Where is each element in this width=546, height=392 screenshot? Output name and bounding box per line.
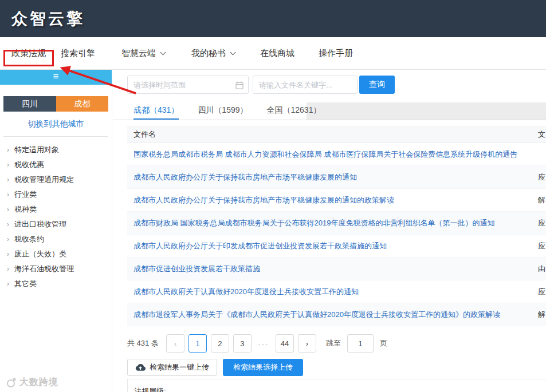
file-type-cell: 解: [531, 310, 546, 320]
date-range-input[interactable]: [128, 76, 248, 93]
chevron-right-icon: ›: [7, 280, 9, 288]
sidebar-item-other[interactable]: › 其它类: [0, 276, 112, 291]
file-name-cell: 成都市人民政府办公厅关于保持我市房地产市场平稳健康发展的通知的政策解读: [127, 195, 531, 205]
page-jump-input[interactable]: [347, 334, 374, 353]
nav-item-label: 在线商城: [260, 48, 294, 59]
sidebar-item-label: 海洋石油税收管理: [14, 264, 74, 274]
app-header: 众智云擎: [0, 0, 546, 37]
law-level-section: 法规层级:: [127, 379, 546, 392]
table-row[interactable]: 成都市人民政府关于认真做好2020年度退役士兵接收安置工作的通知 应: [127, 280, 546, 303]
sidebar-item-label: 税收条约: [14, 234, 44, 244]
page-button-44[interactable]: 44: [276, 334, 294, 353]
sidebar-item-tax-admin-rules[interactable]: › 税收管理通用规定: [0, 172, 112, 187]
file-type-cell: 应: [531, 218, 546, 228]
page-button-2[interactable]: 2: [211, 334, 229, 353]
file-name-cell: 成都市人民政府办公厅关于保持我市房地产市场平稳健康发展的通知: [127, 172, 531, 183]
tab-national[interactable]: 全国（12631）: [267, 102, 321, 120]
sidebar-item-tax-type[interactable]: › 税种类: [0, 202, 112, 217]
select-upload-button[interactable]: 检索结果选择上传: [223, 359, 303, 376]
switch-city-link[interactable]: 切换到其他城市: [0, 119, 112, 129]
table-row[interactable]: 成都市人民政府办公厅关于印发成都市促进创业投资发展若干政策措施的通知 应: [127, 235, 546, 258]
sidebar-item-label: 特定适用对象: [14, 145, 59, 155]
next-page-button[interactable]: ›: [298, 334, 316, 353]
nav-item-online-mall[interactable]: 在线商城: [260, 48, 294, 59]
sidebar-item-label: 税收优惠: [14, 160, 44, 170]
table-row[interactable]: 成都市促进创业投资发展若干政策措施 由: [127, 258, 546, 280]
file-name-cell: 成都市人民政府办公厅关于印发成都市促进创业投资发展若干政策措施的通知: [127, 241, 531, 251]
table-row[interactable]: 成都市退役军人事务局关于《成都市人民政府关于认真做好2020年度退役士兵接收安置…: [127, 303, 546, 326]
chevron-right-icon: ›: [7, 265, 9, 273]
main-nav: 政策法规 搜索引擎 智慧云端 我的秘书 在线商城 操作手册: [0, 37, 546, 70]
region-result-tabs: 成都（431） 四川（1599） 全国（12631）: [113, 102, 546, 120]
query-button[interactable]: 查询: [359, 76, 395, 94]
sidebar-item-industry[interactable]: › 行业类: [0, 187, 112, 202]
jump-to-label: 跳至: [326, 338, 341, 349]
file-link[interactable]: 成都市人民政府关于认真做好2020年度退役士兵接收安置工作的通知: [133, 287, 359, 296]
watermark: 大数跨境: [5, 376, 58, 389]
file-link[interactable]: 成都市退役军人事务局关于《成都市人民政府关于认真做好2020年度退役士兵接收安置…: [133, 310, 500, 319]
sidebar-item-abolished[interactable]: › 废止（失效）类: [0, 247, 112, 262]
table-row[interactable]: 成都市财政局 国家税务总局成都市税务局关于公布获得2019年度免税资格的非营利组…: [127, 212, 546, 235]
calendar-icon: [235, 81, 243, 89]
file-link[interactable]: 成都市人民政府办公厅关于保持我市房地产市场平稳健康发展的通知: [133, 173, 357, 181]
nav-item-policy[interactable]: 政策法规: [11, 48, 46, 59]
file-link[interactable]: 成都市人民政府办公厅关于保持我市房地产市场平稳健康发展的通知的政策解读: [133, 196, 394, 204]
sidebar-item-label: 税种类: [14, 204, 37, 215]
sidebar-item-label: 税收管理通用规定: [14, 175, 74, 185]
sidebar-item-specific-targets[interactable]: › 特定适用对象: [0, 142, 112, 157]
sidebar-item-import-export[interactable]: › 进出口税收管理: [0, 217, 112, 232]
sidebar-item-label: 废止（失效）类: [14, 249, 66, 259]
file-name-cell: 国家税务总局成都市税务局 成都市人力资源和社会保障局 成都市医疗保障局关于社会保…: [127, 149, 531, 160]
sidebar-item-tax-treaty[interactable]: › 税收条约: [0, 232, 112, 247]
sidebar-item-tax-preference[interactable]: › 税收优惠: [0, 157, 112, 172]
hamburger-menu-icon: ≡: [53, 71, 59, 82]
region-tab-sichuan[interactable]: 四川: [3, 96, 56, 112]
watermark-logo-icon: [5, 376, 17, 389]
search-bar: 查询: [127, 76, 395, 94]
file-link[interactable]: 成都市财政局 国家税务总局成都市税务局关于公布获得2019年度免税资格的非营利组…: [133, 219, 495, 227]
results-table: 文件名 文 国家税务总局成都市税务局 成都市人力资源和社会保障局 成都市医疗保障…: [127, 126, 546, 326]
nav-item-my-secretary[interactable]: 我的秘书: [191, 48, 235, 59]
app-logo: 众智云擎: [11, 8, 85, 30]
nav-item-label: 我的秘书: [191, 48, 226, 59]
file-name-cell: 成都市退役军人事务局关于《成都市人民政府关于认真做好2020年度退役士兵接收安置…: [127, 310, 531, 320]
nav-item-search-engine[interactable]: 搜索引擎: [61, 48, 95, 59]
watermark-text: 大数跨境: [19, 377, 58, 389]
sidebar: ≡ 四川 成都 切换到其他城市 › 特定适用对象 › 税收优惠 › 税收管理通用…: [0, 70, 112, 392]
page-button-3[interactable]: 3: [233, 334, 252, 353]
nav-item-label: 操作手册: [319, 48, 353, 59]
tab-sichuan[interactable]: 四川（1599）: [198, 102, 248, 120]
file-type-cell: 由: [531, 264, 546, 274]
keyword-search-input[interactable]: [253, 76, 358, 94]
chevron-right-icon: ›: [7, 176, 9, 184]
file-link[interactable]: 国家税务总局成都市税务局 成都市人力资源和社会保障局 成都市医疗保障局关于社会保…: [133, 150, 517, 159]
sidebar-collapse-button[interactable]: ≡: [0, 70, 112, 85]
tab-chengdu[interactable]: 成都（431）: [133, 102, 179, 120]
nav-item-manual[interactable]: 操作手册: [319, 48, 353, 59]
date-range-picker[interactable]: [127, 76, 249, 94]
category-menu: › 特定适用对象 › 税收优惠 › 税收管理通用规定 › 行业类 › 税种类 ›…: [0, 137, 112, 291]
nav-item-smart-cloud[interactable]: 智慧云端: [121, 48, 165, 59]
region-tabs: 四川 成都: [3, 96, 108, 112]
table-row[interactable]: 成都市人民政府办公厅关于保持我市房地产市场平稳健康发展的通知的政策解读 解: [127, 189, 546, 212]
one-click-upload-label: 检索结果一键上传: [150, 362, 209, 373]
column-header-filename: 文件名: [127, 129, 531, 140]
file-name-cell: 成都市人民政府关于认真做好2020年度退役士兵接收安置工作的通知: [127, 287, 531, 297]
file-type-cell: 应: [531, 287, 546, 297]
sidebar-item-label: 进出口税收管理: [14, 219, 66, 229]
cloud-upload-icon: [135, 363, 146, 371]
chevron-right-icon: ›: [7, 220, 9, 228]
one-click-upload-button[interactable]: 检索结果一键上传: [127, 359, 217, 376]
chevron-right-icon: ›: [306, 339, 308, 348]
file-link[interactable]: 成都市人民政府办公厅关于印发成都市促进创业投资发展若干政策措施的通知: [133, 241, 387, 250]
pagination-ellipsis[interactable]: ···: [256, 339, 272, 348]
table-row[interactable]: 成都市人民政府办公厅关于保持我市房地产市场平稳健康发展的通知 应: [127, 166, 546, 189]
table-row[interactable]: 国家税务总局成都市税务局 成都市人力资源和社会保障局 成都市医疗保障局关于社会保…: [127, 143, 546, 166]
chevron-right-icon: ›: [7, 161, 9, 169]
sidebar-item-offshore-oil[interactable]: › 海洋石油税收管理: [0, 262, 112, 276]
page-button-1[interactable]: 1: [188, 334, 207, 353]
region-tab-chengdu[interactable]: 成都: [56, 96, 109, 112]
prev-page-button[interactable]: ‹: [166, 334, 184, 353]
file-name-cell: 成都市财政局 国家税务总局成都市税务局关于公布获得2019年度免税资格的非营利组…: [127, 218, 531, 228]
file-link[interactable]: 成都市促进创业投资发展若干政策措施: [133, 264, 260, 273]
